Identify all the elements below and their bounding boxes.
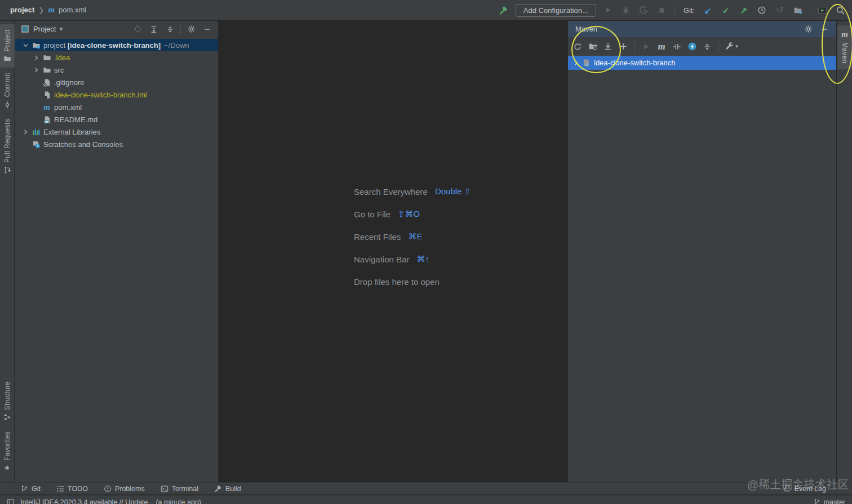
bottom-tool-window-bar: Git TODO Problems Terminal (0, 482, 852, 494)
project-tool-window: Project ▼ (15, 21, 219, 482)
ignored-file-icon (42, 78, 52, 87)
run-maven-build-button[interactable] (640, 41, 653, 53)
sidebar-item-structure[interactable]: Structure (0, 376, 15, 426)
event-log-label: Event Log (795, 485, 826, 493)
maven-stripe-label: Maven (841, 42, 849, 64)
project-settings-button[interactable] (185, 23, 197, 35)
generate-sources-button[interactable] (587, 41, 599, 53)
maven-collapse-all-button[interactable] (701, 41, 713, 53)
git-commit-button[interactable]: ✓ (720, 4, 732, 16)
update-arrow-icon: ↙ (704, 6, 712, 15)
maven-project-row[interactable]: m idea-clone-switch-branch (568, 56, 836, 70)
download-sources-button[interactable] (602, 41, 614, 53)
tree-row-scratches[interactable]: Scratches and Consoles (15, 138, 218, 150)
chevron-collapsed-icon[interactable] (20, 130, 31, 135)
git-push-button[interactable]: ↗ (738, 4, 750, 16)
profile-button[interactable] (638, 4, 650, 16)
maven-settings-button[interactable]: ▼ (724, 41, 740, 53)
gear-icon (187, 25, 196, 33)
rollback-button[interactable]: ↺ (774, 4, 786, 16)
hide-maven-panel-button[interactable] (818, 23, 831, 35)
tree-row-gitignore[interactable]: .gitignore (15, 76, 218, 88)
reimport-maven-button[interactable] (571, 41, 584, 53)
tool-window-terminal[interactable]: Terminal (161, 485, 198, 493)
collapse-all-button[interactable] (164, 23, 176, 35)
sidebar-item-maven[interactable]: m Maven (837, 25, 852, 69)
sidebar-item-pull-requests[interactable]: Pull Requests (0, 114, 15, 179)
chevron-down-icon[interactable]: ▼ (58, 26, 64, 32)
tree-row-external-libraries[interactable]: External Libraries (15, 126, 218, 138)
toggle-offline-mode-button[interactable] (686, 41, 698, 53)
hammer-icon (214, 485, 222, 493)
tree-label: src (54, 66, 64, 74)
shortcut-keys: ⇧⌘O (398, 209, 420, 219)
maven-goal-icon: m (658, 42, 665, 51)
favorites-stripe-label: Favorites (3, 431, 11, 461)
tool-window-event-log[interactable]: Event Log (783, 485, 826, 493)
sidebar-item-project[interactable]: Project (0, 24, 15, 68)
chevron-collapsed-icon[interactable] (31, 68, 42, 73)
stop-button[interactable] (656, 4, 668, 16)
tool-window-switcher-icon[interactable] (7, 498, 15, 504)
left-tool-window-stripe: Project Commit Pull Requests Structure (0, 21, 15, 482)
todo-list-icon (56, 485, 64, 493)
build-project-button[interactable] (498, 4, 510, 16)
project-panel-header: Project ▼ (15, 21, 218, 37)
hide-project-panel-button[interactable] (201, 23, 214, 35)
sidebar-item-commit[interactable]: Commit (0, 68, 15, 113)
run-anything-button[interactable] (816, 4, 828, 16)
tree-row-iml[interactable]: idea-clone-switch-branch.iml (15, 88, 218, 101)
project-panel-title[interactable]: Project (33, 25, 56, 33)
git-branch-widget[interactable]: master (813, 498, 845, 504)
add-configuration-button[interactable]: Add Configuration... (516, 4, 596, 17)
git-branch-icon (20, 485, 28, 493)
run-anything-icon (818, 6, 827, 15)
bug-icon (622, 6, 630, 15)
intellij-idea-window: project ❯ m pom.xml Add Configuration... (0, 0, 852, 504)
tool-window-build[interactable]: Build (214, 485, 241, 493)
execute-maven-goal-button[interactable]: m (655, 41, 668, 53)
maven-header-settings-button[interactable] (802, 23, 814, 35)
maven-panel-title[interactable]: Maven (575, 25, 597, 33)
plus-icon (619, 42, 628, 51)
chevron-expanded-icon[interactable] (20, 43, 31, 48)
tool-window-todo[interactable]: TODO (56, 485, 88, 493)
scratches-icon (31, 140, 41, 149)
tree-row-idea[interactable]: .idea (15, 51, 218, 64)
maven-toolbar-divider (718, 42, 719, 52)
run-button[interactable] (602, 4, 614, 16)
module-file-icon (42, 91, 52, 99)
chevron-down-icon: ▼ (735, 44, 739, 49)
expand-all-button[interactable] (148, 23, 160, 35)
breadcrumb-project[interactable]: project (10, 6, 34, 14)
tree-row-readme[interactable]: MD README.md (15, 113, 218, 126)
tool-window-git[interactable]: Git (20, 485, 41, 493)
search-everywhere-button[interactable] (834, 4, 846, 16)
tree-row-pom[interactable]: m pom.xml (15, 101, 218, 113)
tree-label: .idea (54, 53, 70, 62)
tree-row-project-root[interactable]: project [idea-clone-switch-branch] ~/Dow… (15, 39, 218, 51)
shortcut-line: Search Everywhere Double ⇧ (354, 180, 471, 203)
shortcut-line: Drop files here to open (354, 270, 471, 293)
tree-path-hint: ~/Down (164, 41, 189, 50)
svg-text:m: m (585, 62, 588, 67)
git-update-button[interactable]: ↙ (702, 4, 714, 16)
tree-row-src[interactable]: src (15, 64, 218, 76)
toggle-skip-tests-button[interactable] (671, 41, 683, 53)
locate-file-button[interactable] (131, 23, 144, 35)
local-history-button[interactable] (756, 4, 768, 16)
breadcrumb-file[interactable]: pom.xml (59, 6, 86, 14)
tool-window-problems[interactable]: Problems (104, 485, 145, 493)
editor-area[interactable]: Search Everywhere Double ⇧ Go to File ⇧⌘… (219, 21, 567, 482)
shortcut-keys: ⌘↑ (416, 254, 429, 264)
status-message[interactable]: IntelliJ IDEA 2020.3.4 available // Upda… (20, 498, 201, 504)
chevron-collapsed-icon[interactable] (31, 55, 42, 60)
stop-icon (658, 7, 665, 14)
rollback-icon: ↺ (776, 6, 783, 15)
commit-check-icon: ✓ (722, 6, 730, 15)
add-maven-project-button[interactable] (617, 41, 629, 53)
debug-button[interactable] (620, 4, 632, 16)
chevron-collapsed-icon[interactable] (571, 60, 581, 65)
project-structure-button[interactable] (792, 4, 804, 16)
sidebar-item-favorites[interactable]: Favorites ★ (0, 426, 15, 476)
